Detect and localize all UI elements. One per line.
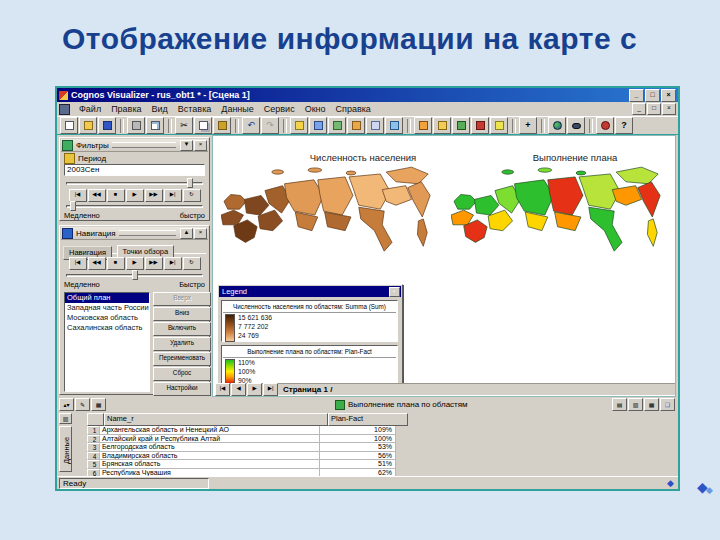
map-region[interactable] <box>616 167 658 184</box>
map-island[interactable] <box>272 170 284 174</box>
cut-icon[interactable]: ✂ <box>175 117 193 134</box>
menu-edit[interactable]: Правка <box>106 104 146 114</box>
document-icon[interactable] <box>59 104 70 115</box>
map-region[interactable] <box>285 180 324 215</box>
context-help-icon[interactable]: ? <box>615 117 633 134</box>
maximize-button[interactable]: □ <box>645 89 660 102</box>
period-slider[interactable] <box>64 178 205 188</box>
map-region[interactable] <box>515 180 554 215</box>
edit-icon[interactable]: ✎ <box>75 398 90 411</box>
last-icon[interactable]: ▶| <box>164 257 182 270</box>
map-region[interactable] <box>548 177 583 215</box>
settings-button[interactable]: Настройки <box>153 382 211 396</box>
view-rows-icon[interactable]: ▤ <box>612 398 627 411</box>
table-row[interactable]: 3 Белгородская область 53% <box>87 443 408 452</box>
rename-button[interactable]: Переименовать <box>153 352 211 366</box>
window-title-bar[interactable]: Cognos Visualizer - rus_obt1 * - [Сцена … <box>57 88 678 102</box>
navigation-title-bar[interactable]: Навигация ▲ × <box>61 227 208 240</box>
minimize-button[interactable]: _ <box>629 89 644 102</box>
new-icon[interactable] <box>60 117 78 134</box>
sort-icon[interactable]: ▴▾ <box>59 398 74 411</box>
menu-file[interactable]: Файл <box>74 104 106 114</box>
map-region[interactable] <box>451 210 473 225</box>
first-page-icon[interactable]: |◀ <box>215 383 230 396</box>
column-header-name[interactable]: Name_r <box>104 413 328 426</box>
child-restore-button[interactable]: □ <box>647 103 661 115</box>
print-icon[interactable] <box>127 117 145 134</box>
navigation-slider-thumb[interactable] <box>132 270 138 280</box>
redo-icon[interactable]: ↷ <box>261 117 279 134</box>
map-island[interactable] <box>502 170 514 174</box>
scene-icon[interactable] <box>290 117 308 134</box>
save-icon[interactable] <box>98 117 116 134</box>
highlight-icon[interactable] <box>490 117 508 134</box>
play-icon[interactable]: ▶ <box>126 257 144 270</box>
map-region[interactable] <box>454 195 476 210</box>
navigation-speed-slider[interactable] <box>64 270 205 280</box>
table-row[interactable]: 5 Брянская область 51% <box>87 460 408 469</box>
data-side-tab[interactable]: Данные <box>59 426 72 472</box>
report-icon[interactable] <box>366 117 384 134</box>
globe-icon[interactable] <box>548 117 566 134</box>
map-region[interactable] <box>474 195 498 215</box>
open-icon[interactable] <box>79 117 97 134</box>
close-panel-icon[interactable]: × <box>194 228 207 239</box>
menu-help[interactable]: Справка <box>331 104 376 114</box>
rewind-icon[interactable]: ◀◀ <box>88 257 106 270</box>
map-region[interactable] <box>325 212 351 231</box>
chart-type-icon[interactable] <box>471 117 489 134</box>
table-row[interactable]: 2 Алтайский край и Республика Алтай 100% <box>87 435 408 444</box>
delete-button[interactable]: Удалить <box>153 337 211 351</box>
map-region[interactable] <box>224 195 246 210</box>
filters-title-bar[interactable]: Фильтры ▼ × <box>61 139 208 152</box>
prev-page-icon[interactable]: ◀ <box>231 383 246 396</box>
undo-icon[interactable]: ↶ <box>242 117 260 134</box>
table-row[interactable]: 1 Архангельская область и Ненецкий АО 10… <box>87 426 408 435</box>
menu-data[interactable]: Данные <box>216 104 259 114</box>
list-item[interactable]: Сахалинская область <box>65 323 149 333</box>
copy-icon[interactable] <box>194 117 212 134</box>
legend-title-bar[interactable]: Legend ▪ <box>219 286 401 297</box>
view-columns-icon[interactable]: ▥ <box>628 398 643 411</box>
filter-rows-icon[interactable]: ▥ <box>59 413 72 424</box>
map-region[interactable] <box>417 219 427 246</box>
grid-icon[interactable]: ▦ <box>91 398 106 411</box>
forward-icon[interactable]: ▶▶ <box>145 257 163 270</box>
map-island[interactable] <box>538 168 552 172</box>
plan-map[interactable] <box>451 164 666 268</box>
collapse-icon[interactable]: ▲ <box>180 228 193 239</box>
map-region[interactable] <box>382 186 411 206</box>
view-grid-icon[interactable]: ▦ <box>644 398 659 411</box>
map-region[interactable] <box>612 186 641 206</box>
stop-icon[interactable]: ■ <box>107 257 125 270</box>
next-page-icon[interactable]: ▶ <box>247 383 262 396</box>
column-header-planfact[interactable]: Plan-Fact <box>328 413 408 426</box>
layout-icon[interactable] <box>385 117 403 134</box>
up-button[interactable]: Вверх <box>153 292 211 306</box>
map-region[interactable] <box>318 177 353 215</box>
chart-view-icon[interactable]: ❏ <box>660 398 675 411</box>
print-preview-icon[interactable] <box>146 117 164 134</box>
speed-slider-thumb[interactable] <box>70 201 76 211</box>
list-item[interactable]: Западная часть России <box>65 303 149 313</box>
page-tab[interactable]: Страница 1 / <box>283 385 332 394</box>
menu-tools[interactable]: Сервис <box>259 104 300 114</box>
legend-collapse-icon[interactable]: ▪ <box>389 287 400 297</box>
reset-button[interactable]: Сброс <box>153 367 211 381</box>
menu-insert[interactable]: Вставка <box>173 104 216 114</box>
map-region[interactable] <box>647 219 657 246</box>
open-scene-icon[interactable] <box>414 117 432 134</box>
collapse-icon[interactable]: ▼ <box>180 140 193 151</box>
binoculars-icon[interactable] <box>567 117 585 134</box>
menu-view[interactable]: Вид <box>147 104 173 114</box>
rosette-icon[interactable] <box>596 117 614 134</box>
close-button[interactable]: × <box>661 89 676 102</box>
paste-icon[interactable] <box>213 117 231 134</box>
new-scene-icon[interactable] <box>433 117 451 134</box>
period-slider-thumb[interactable] <box>187 178 193 188</box>
map-region[interactable] <box>589 207 622 251</box>
add-icon[interactable]: + <box>519 117 537 134</box>
map-icon[interactable] <box>328 117 346 134</box>
child-minimize-button[interactable]: _ <box>632 103 646 115</box>
loop-icon[interactable]: ↻ <box>183 257 201 270</box>
